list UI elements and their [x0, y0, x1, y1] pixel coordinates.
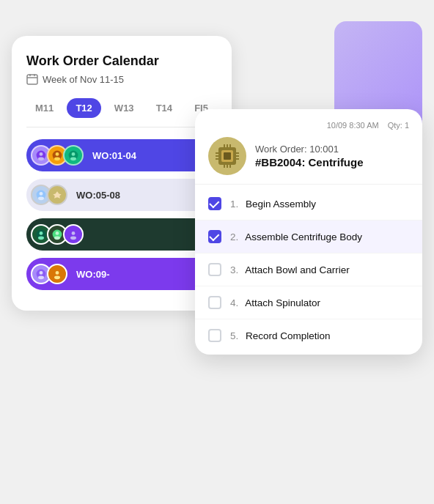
tab-t12[interactable]: T12: [67, 98, 100, 118]
svg-point-26: [70, 236, 76, 240]
svg-point-14: [40, 192, 43, 196]
week-label: Week of Nov 11-15: [26, 73, 217, 85]
wo-dark-avatars: [31, 224, 84, 245]
check-label-1: 1. Begin Assembly: [230, 199, 316, 210]
checklist-item-3[interactable]: 3. Attach Bowl and Carrier: [195, 253, 422, 286]
wo-name: #BB2004: Centrifuge: [255, 156, 364, 168]
detail-card: 10/09 8:30 AM Qty: 1: [195, 109, 422, 355]
product-info: Work Order: 10:001 #BB2004: Centrifuge: [255, 144, 364, 168]
svg-point-15: [38, 196, 44, 200]
card-title: Work Order Calendar: [26, 53, 217, 69]
checkbox-2[interactable]: [208, 230, 221, 243]
detail-date: 10/09 8:30 AM: [327, 121, 379, 130]
svg-point-5: [40, 152, 43, 156]
svg-point-25: [72, 231, 76, 235]
svg-point-31: [56, 271, 59, 275]
svg-point-9: [54, 157, 60, 160]
checkbox-1[interactable]: [208, 197, 221, 210]
check-label-4: 4. Attach Spinulator: [230, 297, 320, 308]
svg-rect-0: [27, 75, 37, 84]
product-svg: [213, 141, 242, 171]
wo-01-04-label: WO:01-04: [92, 150, 136, 161]
svg-point-8: [56, 152, 59, 156]
wo-05-08-label: WO:05-08: [76, 190, 120, 201]
svg-rect-35: [224, 152, 231, 160]
work-order-01-04[interactable]: WO:01-04: [26, 139, 217, 171]
work-order-dark[interactable]: [26, 218, 217, 251]
product-thumbnail: [208, 137, 246, 175]
detail-qty: Qty: 1: [388, 121, 409, 130]
checkbox-4[interactable]: [208, 296, 221, 309]
checklist-item-1[interactable]: 1. Begin Assembly: [195, 188, 422, 220]
checklist: 1. Begin Assembly 2. Assemble Centrifuge…: [195, 185, 422, 355]
work-orders-list: WO:01-04 WO:05-08: [26, 139, 217, 290]
calendar-icon: [26, 73, 38, 85]
svg-point-11: [72, 152, 76, 156]
avatar-8: [63, 224, 84, 245]
svg-point-23: [54, 236, 60, 240]
work-order-05-08[interactable]: WO:05-08: [26, 179, 217, 211]
svg-point-6: [38, 157, 44, 160]
detail-header: 10/09 8:30 AM Qty: 1: [195, 109, 422, 185]
tab-t14[interactable]: T14: [147, 98, 181, 118]
svg-point-12: [70, 157, 76, 160]
day-tabs: M11 T12 W13 T14 FI5: [26, 98, 217, 127]
avatar-3: [63, 145, 84, 166]
avatar-5: [47, 185, 67, 205]
wo-05-08-avatars: [31, 185, 67, 205]
tab-w13[interactable]: W13: [106, 98, 143, 118]
svg-point-20: [38, 236, 44, 240]
check-label-3: 3. Attach Bowl and Carrier: [230, 264, 350, 275]
checkbox-3[interactable]: [208, 263, 221, 276]
svg-point-28: [40, 271, 43, 275]
svg-point-22: [56, 231, 59, 235]
wo-number: Work Order: 10:001: [255, 144, 364, 155]
detail-meta: 10/09 8:30 AM Qty: 1: [208, 121, 409, 130]
work-order-09[interactable]: WO:09-: [26, 258, 217, 290]
checkbox-5[interactable]: [208, 329, 221, 342]
scene: Work Order Calendar Week of Nov 11-15 M1…: [12, 14, 422, 490]
tab-m11[interactable]: M11: [26, 98, 62, 118]
check-label-2: 2. Assemble Centrifuge Body: [230, 231, 362, 242]
wo-01-04-avatars: [31, 145, 84, 166]
check-label-5: 5. Record Completion: [230, 330, 331, 341]
checklist-item-2[interactable]: 2. Assemble Centrifuge Body: [195, 220, 422, 253]
checklist-item-4[interactable]: 4. Attach Spinulator: [195, 286, 422, 319]
avatar-10: [47, 264, 67, 284]
checklist-item-5[interactable]: 5. Record Completion: [195, 319, 422, 352]
detail-top: Work Order: 10:001 #BB2004: Centrifuge: [208, 137, 409, 175]
svg-point-19: [40, 231, 43, 235]
wo-09-label: WO:09-: [76, 269, 110, 280]
svg-point-29: [38, 275, 44, 279]
wo-09-avatars: [31, 264, 67, 284]
svg-point-32: [54, 275, 60, 279]
